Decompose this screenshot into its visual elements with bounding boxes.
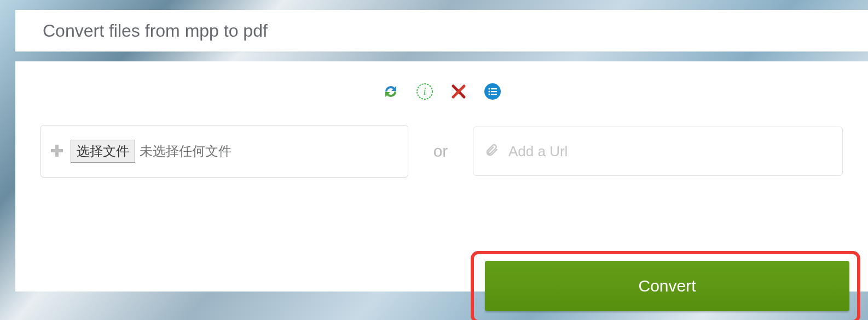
delete-icon[interactable] [449, 82, 468, 101]
toolbar: i [40, 78, 843, 105]
svg-point-7 [488, 93, 490, 95]
page-title: Convert files from mpp to pdf [43, 21, 268, 41]
paperclip-icon [484, 143, 499, 159]
refresh-icon[interactable] [381, 82, 400, 101]
plus-icon [50, 140, 64, 163]
header-bar: Convert files from mpp to pdf [15, 10, 868, 52]
svg-text:i: i [423, 86, 426, 97]
svg-point-5 [488, 90, 490, 92]
url-input-box[interactable] [473, 127, 843, 176]
or-separator: or [423, 142, 459, 161]
list-icon[interactable] [483, 82, 502, 101]
input-row: 选择文件 未选择任何文件 or [40, 125, 843, 178]
svg-point-3 [488, 88, 490, 89]
convert-button[interactable]: Convert [485, 261, 849, 311]
url-input[interactable] [508, 143, 831, 160]
svg-rect-10 [51, 149, 63, 152]
no-file-label: 未选择任何文件 [140, 142, 232, 160]
info-icon[interactable]: i [415, 82, 434, 101]
svg-rect-4 [491, 88, 497, 89]
choose-file-button[interactable]: 选择文件 [71, 140, 135, 163]
file-upload-box[interactable]: 选择文件 未选择任何文件 [40, 125, 408, 178]
main-panel: i 选择文件 未选择任何文件 or [15, 61, 868, 292]
svg-rect-8 [491, 94, 497, 95]
svg-rect-6 [491, 91, 497, 92]
